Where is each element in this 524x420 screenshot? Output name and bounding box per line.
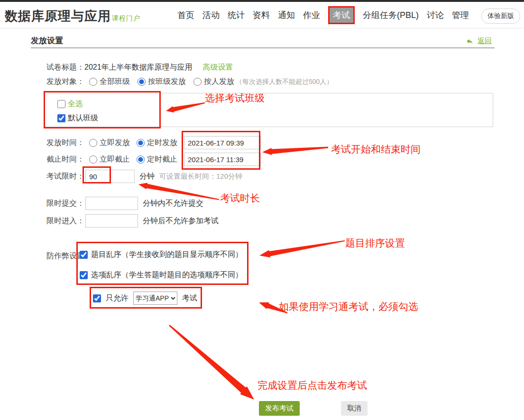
choice-shuffle-label: 选项乱序（学生答题时题目的选项顺序不同） xyxy=(91,270,243,280)
select-all-label: 全选 xyxy=(68,99,83,109)
page-title: 发放设置 xyxy=(31,35,63,46)
try-new-version-button[interactable]: 体验新版 xyxy=(481,9,520,24)
submit-limit-label: 限时提交： xyxy=(46,199,84,209)
annotation-exam-duration: 考试时长 xyxy=(220,192,260,205)
duration-hint: 可设置最长时间：120分钟 xyxy=(159,172,242,181)
target-by-person-label: 按人发放 xyxy=(204,77,234,87)
deadline-now-label: 立即截止 xyxy=(100,155,130,164)
paper-title-value: 2021年上半年数据库原理与应用 xyxy=(84,63,193,73)
back-link[interactable]: 返回 xyxy=(478,37,492,46)
default-class-checkbox[interactable] xyxy=(57,114,65,122)
cancel-button[interactable]: 取消 xyxy=(341,401,368,416)
deadline-scheduled-radio[interactable] xyxy=(137,155,145,164)
deadline-scheduled-option: 定时截止 xyxy=(137,155,177,164)
target-all-radio[interactable] xyxy=(89,78,97,86)
back-control[interactable]: 返回 xyxy=(466,37,492,46)
nav-item-pbl[interactable]: 分组任务(PBL) xyxy=(363,9,419,21)
header: 数据库原理与应用课程门户 首页 活动 统计 资料 通知 作业 考试 分组任务(P… xyxy=(0,2,524,28)
anticheat-option-choice-shuffle: 选项乱序（学生答题时题目的选项顺序不同） xyxy=(80,270,243,280)
target-all-label: 全部班级 xyxy=(100,77,130,87)
nav-item-notice[interactable]: 通知 xyxy=(278,9,295,21)
paper-title-label: 试卷标题： xyxy=(46,63,84,73)
default-class-label: 默认班级 xyxy=(68,113,98,123)
default-class-option: 默认班级 xyxy=(57,113,98,123)
class-select-box: 全选 默认班级 xyxy=(44,93,493,127)
advanced-settings-link[interactable]: 高级设置 xyxy=(203,63,233,73)
release-target-label: 发放对象： xyxy=(46,77,84,87)
app-only-checkbox[interactable] xyxy=(93,294,101,302)
nav-item-exam[interactable]: 考试 xyxy=(328,6,355,24)
nav-item-activity[interactable]: 活动 xyxy=(202,9,220,21)
release-scheduled-radio[interactable] xyxy=(137,139,145,147)
deadline-scheduled-label: 定时截止 xyxy=(147,155,177,164)
target-option-all-classes: 全部班级 xyxy=(89,77,130,87)
app-only-suffix: 考试 xyxy=(182,293,197,303)
submit-limit-suffix: 分钟内不允许提交 xyxy=(143,199,203,209)
deadline-label: 截止时间： xyxy=(46,155,84,164)
target-option-by-person: 按人发放 （每次选择人数不能超过500人） xyxy=(193,77,333,87)
duration-input[interactable] xyxy=(85,170,135,183)
deadline-row: 截止时间： 立即截止 定时截止 xyxy=(46,153,261,166)
annotation-publish-hint: 完成设置后点击发布考试 xyxy=(257,379,367,392)
duration-label: 考试限时： xyxy=(46,172,84,182)
question-shuffle-checkbox[interactable] xyxy=(80,251,88,259)
target-by-person-note: （每次选择人数不能超过500人） xyxy=(236,78,333,86)
deadline-now-radio[interactable] xyxy=(89,155,97,164)
main-nav: 首页 活动 统计 资料 通知 作业 考试 分组任务(PBL) 讨论 管理 xyxy=(177,2,469,28)
anticheat-label: 防作弊设置 xyxy=(46,251,84,261)
reply-arrow-icon xyxy=(466,37,474,45)
release-now-radio[interactable] xyxy=(89,139,97,147)
nav-item-discuss[interactable]: 讨论 xyxy=(427,9,444,21)
course-portal-label[interactable]: 课程门户 xyxy=(112,14,140,22)
publish-exam-button[interactable]: 发布考试 xyxy=(259,401,300,416)
nav-item-materials[interactable]: 资料 xyxy=(253,9,270,21)
section-divider xyxy=(31,47,495,48)
release-target-row: 发放对象： 全部班级 按班级发放 按人发放 （每次选择人数不能超过500人） xyxy=(46,77,333,87)
release-time-label: 发放时间： xyxy=(46,138,84,148)
release-scheduled-option: 定时发放 xyxy=(137,138,177,148)
duration-row: 考试限时： 分钟 可设置最长时间：120分钟 xyxy=(46,170,242,183)
target-by-class-radio[interactable] xyxy=(138,78,146,86)
enter-limit-label: 限时进入： xyxy=(46,216,84,226)
deadline-datetime-input[interactable] xyxy=(184,153,261,166)
submit-limit-input[interactable] xyxy=(85,197,138,210)
nav-item-manage[interactable]: 管理 xyxy=(452,9,469,21)
course-title: 数据库原理与应用课程门户 xyxy=(5,8,140,25)
enter-limit-suffix: 分钟后不允许参加考试 xyxy=(143,216,219,226)
choice-shuffle-checkbox[interactable] xyxy=(80,271,88,279)
target-by-class-label: 按班级发放 xyxy=(148,77,186,87)
nav-item-stats[interactable]: 统计 xyxy=(228,9,245,21)
nav-item-home[interactable]: 首页 xyxy=(177,9,194,21)
target-by-person-radio[interactable] xyxy=(193,78,202,86)
app-only-prefix: 只允许 xyxy=(106,293,129,303)
nav-item-homework[interactable]: 作业 xyxy=(303,9,320,21)
enter-limit-row: 限时进入： 分钟后不允许参加考试 xyxy=(46,214,219,228)
course-title-text: 数据库原理与应用 xyxy=(5,9,111,23)
duration-unit: 分钟 xyxy=(139,172,155,182)
select-all-option: 全选 xyxy=(57,99,83,109)
select-all-checkbox[interactable] xyxy=(57,100,65,108)
app-only-row: 只允许 学习通APP 考试 xyxy=(93,292,197,305)
deadline-now-option: 立即截止 xyxy=(89,155,130,164)
annotation-exam-time: 考试开始和结束时间 xyxy=(331,143,421,156)
target-option-by-class: 按班级发放 xyxy=(138,77,186,87)
annotation-question-order: 题目排序设置 xyxy=(345,237,405,250)
release-now-option: 立即发放 xyxy=(89,138,130,148)
release-time-row: 发放时间： 立即发放 定时发放 xyxy=(46,136,261,149)
enter-limit-input[interactable] xyxy=(85,214,138,228)
paper-title-row: 试卷标题： 2021年上半年数据库原理与应用 高级设置 xyxy=(46,63,233,73)
release-now-label: 立即发放 xyxy=(100,138,130,148)
release-datetime-input[interactable] xyxy=(184,136,261,149)
exam-release-settings-page: 数据库原理与应用课程门户 首页 活动 统计 资料 通知 作业 考试 分组任务(P… xyxy=(0,0,524,420)
annotation-app-required: 如果使用学习通考试，必须勾选 xyxy=(279,300,418,313)
submit-limit-row: 限时提交： 分钟内不允许提交 xyxy=(46,197,203,210)
app-select[interactable]: 学习通APP xyxy=(133,292,177,305)
question-shuffle-label: 题目乱序（学生接收到的题目显示顺序不同） xyxy=(91,250,243,260)
anticheat-option-question-shuffle: 题目乱序（学生接收到的题目显示顺序不同） xyxy=(80,250,243,260)
release-scheduled-label: 定时发放 xyxy=(147,138,177,148)
